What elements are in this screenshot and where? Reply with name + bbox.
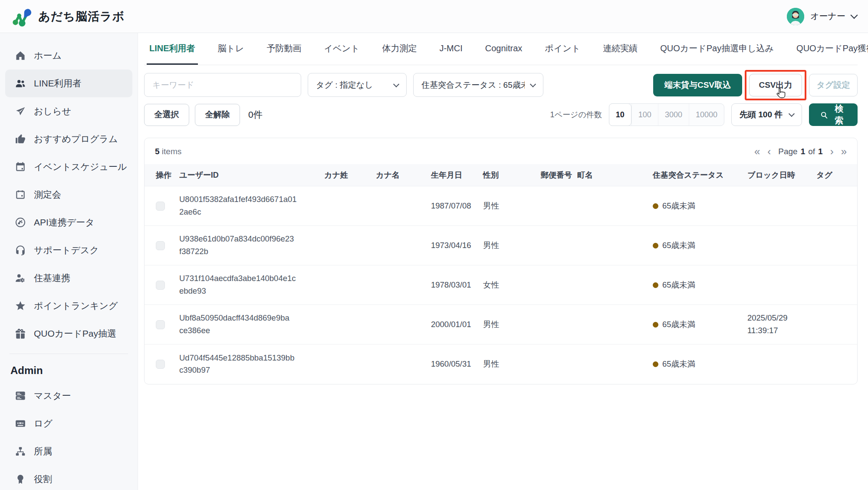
sidebar-item-line-users[interactable]: LINE利用者 (5, 70, 132, 97)
sidebar-item-roles[interactable]: 役割 (5, 465, 132, 490)
sidebar-item-measurement[interactable]: 測定会 (5, 181, 132, 209)
row-checkbox[interactable] (156, 241, 165, 250)
app-logo-icon (11, 7, 31, 26)
tab-cognitrax[interactable]: Cognitrax (483, 33, 525, 65)
csv-export-button[interactable]: CSV出力 (749, 74, 802, 96)
tags (812, 344, 857, 384)
badge-icon (15, 473, 26, 485)
kana-last (320, 226, 372, 265)
tab-quo-pay-earned[interactable]: QUOカードPay獲得 (794, 33, 868, 65)
status-filter-select[interactable]: 住基突合ステータス : 65歳未満 (413, 73, 543, 97)
sidebar-item-label: ホーム (34, 50, 62, 62)
per-page-option-3000[interactable]: 3000 (658, 104, 689, 126)
keyword-input[interactable] (144, 73, 301, 97)
sidebar-item-label: おすすめプログラム (34, 133, 118, 145)
last-page-icon[interactable]: » (841, 146, 847, 157)
tab-line-users[interactable]: LINE利用者 (147, 33, 198, 65)
sidebar-item-recommended-programs[interactable]: おすすめプログラム (5, 125, 132, 153)
block-datetime: 2025/05/2911:39:17 (743, 305, 812, 344)
sidebar-item-label: おしらせ (34, 105, 71, 117)
tab-event[interactable]: イベント (322, 33, 362, 65)
kana-first (372, 186, 427, 226)
tag-settings-button[interactable]: タグ設定 (809, 74, 858, 96)
sidebar-item-label: LINE利用者 (34, 77, 82, 89)
selection-row: 全選択 全解除 0件 1ページの件数 10 100 3000 10000 先頭 … (144, 103, 858, 126)
search-button[interactable]: 検索 (809, 103, 858, 126)
tab-points[interactable]: ポイント (542, 33, 583, 65)
tab-j-mci[interactable]: J-MCI (437, 33, 465, 65)
sidebar-item-juki-link[interactable]: 住基連携 (5, 264, 132, 292)
results-card: 5 items « ‹ Page 1 of 1 › » (144, 138, 858, 384)
table-header-row: 操作 ユーザーID カナ姓 カナ名 生年月日 性別 郵便番号 町名 住基突合ステ… (145, 164, 857, 186)
filter-row: タグ : 指定なし 住基突合ステータス : 65歳未満 端末貸与CSV取込 CS… (144, 73, 858, 97)
per-page-option-10000[interactable]: 10000 (689, 104, 724, 126)
sidebar-item-api-data[interactable]: API連携データ (5, 209, 132, 236)
user-id: Ud704f5445e12885bba15139bb (179, 352, 316, 364)
log-icon (15, 418, 26, 429)
head-count-select[interactable]: 先頭 100 件 (731, 103, 802, 126)
sidebar-item-event-schedule[interactable]: イベントスケジュール (5, 153, 132, 181)
user-id: U8001f5382afa1fef493d6671a01 (179, 193, 316, 206)
row-checkbox[interactable] (156, 281, 165, 290)
sidebar-item-notices[interactable]: おしらせ (5, 97, 132, 125)
tab-bar: LINE利用者 脳トレ 予防動画 イベント 体力測定 J-MCI Cognitr… (144, 33, 858, 65)
home-icon (15, 50, 26, 61)
status-dot-icon (653, 243, 658, 248)
tab-prevention-video[interactable]: 予防動画 (264, 33, 304, 65)
csv-import-button[interactable]: 端末貸与CSV取込 (653, 74, 742, 96)
tab-fitness-test[interactable]: 体力測定 (379, 33, 419, 65)
sitemap-icon (15, 446, 26, 457)
tag-filter-select[interactable]: タグ : 指定なし (308, 73, 407, 97)
col-header-tags: タグ (812, 164, 857, 186)
headset-icon (15, 245, 26, 256)
tab-streak[interactable]: 連続実績 (600, 33, 640, 65)
admin-section-heading: Admin (0, 360, 138, 382)
sidebar-item-master[interactable]: マスター (5, 382, 132, 410)
col-header-kana-last: カナ姓 (320, 164, 372, 186)
prev-page-icon[interactable]: ‹ (767, 146, 771, 157)
block-time: 11:39:17 (747, 324, 808, 337)
next-page-icon[interactable]: › (830, 146, 834, 157)
sidebar-item-affiliation[interactable]: 所属 (5, 437, 132, 465)
row-checkbox[interactable] (156, 202, 165, 211)
per-page-option-10[interactable]: 10 (609, 103, 631, 126)
first-page-icon[interactable]: « (754, 146, 760, 157)
row-checkbox[interactable] (156, 320, 165, 329)
sidebar-item-point-ranking[interactable]: ポイントランキング (5, 292, 132, 320)
select-all-button[interactable]: 全選択 (144, 104, 189, 126)
sidebar-item-label: ログ (34, 417, 53, 430)
block-datetime (743, 186, 812, 226)
birthdate: 1987/07/08 (427, 186, 479, 226)
sidebar-item-support-desk[interactable]: サポートデスク (5, 236, 132, 264)
user-menu[interactable]: オーナー (787, 8, 857, 25)
send-icon (15, 106, 26, 117)
col-header-kana-first: カナ名 (372, 164, 427, 186)
birthdate: 1973/04/16 (427, 226, 479, 265)
selected-count: 0件 (248, 109, 263, 121)
kana-last (320, 186, 372, 226)
sidebar-item-label: 測定会 (34, 189, 61, 201)
user-id: U731f104aecdfa3abe140b04e1c (179, 272, 316, 285)
town (573, 344, 648, 384)
items-count-number: 5 (155, 147, 160, 156)
page-word: Page (778, 147, 797, 156)
sidebar: ホーム LINE利用者 おしらせ おすすめプログラム イベントスケジュール 測定 (0, 33, 138, 490)
postal-code (536, 305, 573, 344)
main-content: LINE利用者 脳トレ 予防動画 イベント 体力測定 J-MCI Cognitr… (138, 33, 868, 490)
town (573, 265, 648, 305)
block-datetime (743, 265, 812, 305)
tab-brain-training[interactable]: 脳トレ (215, 33, 247, 65)
sidebar-item-home[interactable]: ホーム (5, 42, 132, 70)
postal-code (536, 265, 573, 305)
per-page-option-100[interactable]: 100 (631, 104, 658, 126)
kana-first (372, 226, 427, 265)
row-checkbox[interactable] (156, 360, 165, 369)
block-datetime (743, 344, 812, 384)
user-id: U938e61d0b07a834dc00f96e23 (179, 233, 316, 245)
deselect-all-button[interactable]: 全解除 (195, 104, 240, 126)
col-header-gender: 性別 (479, 164, 536, 186)
current-page: 1 (801, 147, 806, 156)
tab-quo-pay-apply[interactable]: QUOカードPay抽選申し込み (658, 33, 776, 65)
sidebar-item-log[interactable]: ログ (5, 410, 132, 437)
sidebar-item-quo-card-lottery[interactable]: QUOカードPay抽選 (5, 320, 132, 348)
